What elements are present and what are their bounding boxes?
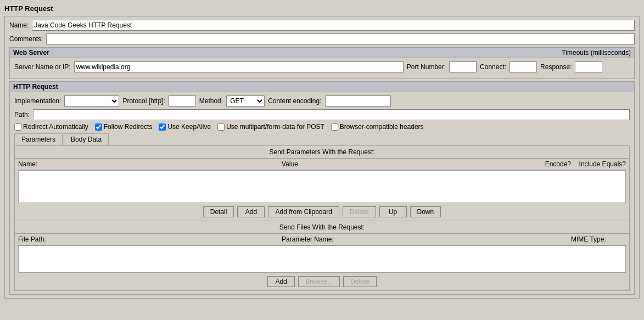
port-input[interactable] — [449, 61, 477, 72]
follow-redirects-label: Follow Redirects — [104, 123, 153, 131]
col-paramname-header: Parameter Name: — [282, 235, 571, 243]
keep-alive-label: Use KeepAlive — [167, 123, 211, 131]
server-label: Server Name or IP: — [14, 63, 71, 71]
follow-redirects-checkbox[interactable] — [95, 123, 102, 131]
redirect-auto-label: Redirect Automatically — [23, 123, 88, 131]
browser-compat-label: Browser-compatible headers — [340, 123, 424, 131]
col-encode-header: Encode? — [533, 160, 571, 168]
browser-compat-checkbox[interactable] — [331, 123, 338, 131]
web-server-section-header: Web Server Timeouts (milliseconds) — [9, 47, 635, 58]
files-table-body — [18, 245, 626, 273]
multipart-label: Use multipart/form-data for POST — [226, 123, 324, 131]
tab-parameters[interactable]: Parameters — [14, 133, 63, 145]
send-files-label: Send Files With the Request: — [15, 221, 629, 234]
connect-input[interactable] — [509, 61, 537, 72]
encoding-input[interactable] — [325, 96, 391, 106]
impl-label: Implementation: — [14, 97, 61, 105]
path-label: Path: — [14, 111, 30, 119]
name-label: Name: — [9, 21, 29, 29]
protocol-label: Protocol [http]: — [122, 97, 165, 105]
col-value-header: Value — [282, 160, 533, 168]
timeouts-label: Timeouts (milliseconds) — [562, 49, 631, 57]
http-request-section-header: HTTP Request — [9, 81, 635, 92]
tab-body-data[interactable]: Body Data — [64, 133, 109, 145]
files-add-button[interactable]: Add — [267, 276, 295, 287]
protocol-input[interactable] — [169, 96, 196, 106]
response-input[interactable] — [575, 61, 602, 72]
encoding-label: Content encoding: — [268, 97, 321, 105]
path-input[interactable] — [33, 109, 630, 120]
col-equals-header: Include Equals? — [571, 160, 626, 168]
response-label: Response: — [540, 63, 572, 71]
port-label: Port Number: — [407, 63, 446, 71]
panel-title: HTTP Request — [4, 4, 640, 13]
server-input[interactable] — [74, 61, 404, 72]
col-filepath-header: File Path: — [18, 235, 282, 243]
detail-button[interactable]: Detail — [203, 206, 234, 217]
col-mimetype-header: MIME Type: — [571, 235, 626, 243]
files-delete-button[interactable]: Delete — [343, 276, 377, 287]
multipart-checkbox[interactable] — [217, 123, 225, 131]
delete-button[interactable]: Delete — [343, 206, 376, 217]
connect-label: Connect: — [480, 63, 506, 71]
add-from-clipboard-button[interactable]: Add from Clipboard — [268, 206, 339, 217]
up-button[interactable]: Up — [379, 206, 407, 217]
down-button[interactable]: Down — [410, 206, 441, 217]
method-select[interactable]: GET POST PUT DELETE HEAD OPTIONS PATCH — [226, 96, 265, 106]
files-browse-button[interactable]: Browse... — [298, 276, 340, 287]
comments-label: Comments: — [9, 35, 43, 43]
redirect-auto-checkbox[interactable] — [14, 123, 21, 131]
comments-input[interactable] — [46, 33, 635, 44]
impl-select[interactable] — [64, 96, 119, 106]
send-params-label: Send Parameters With the Request: — [15, 146, 629, 159]
name-input[interactable] — [32, 20, 635, 31]
col-name-header: Name: — [18, 160, 282, 168]
add-button[interactable]: Add — [237, 206, 265, 217]
parameters-table-body — [18, 170, 626, 203]
keep-alive-checkbox[interactable] — [159, 123, 166, 131]
method-label: Method: — [199, 97, 223, 105]
